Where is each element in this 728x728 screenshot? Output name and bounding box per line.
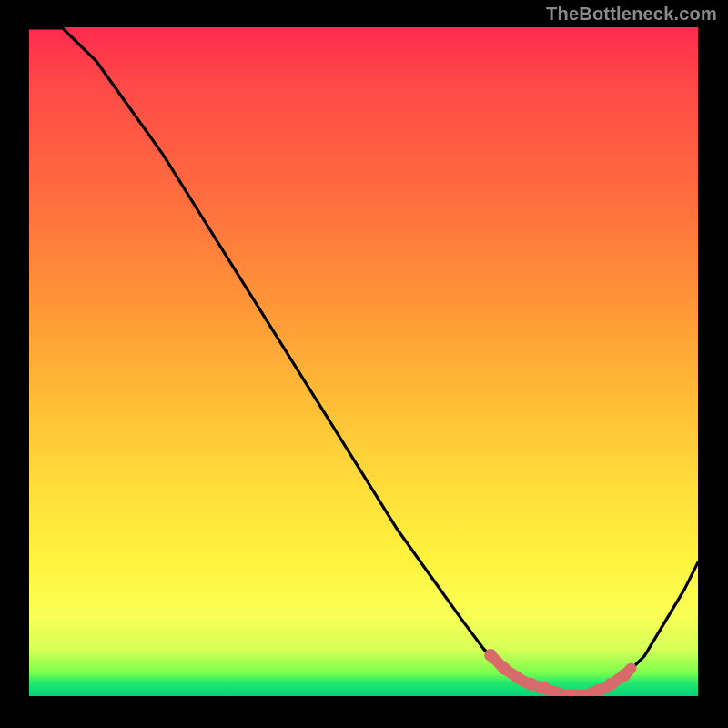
- optimal-marker-dot: [618, 669, 631, 682]
- optimal-marker-dot: [484, 649, 497, 662]
- optimal-marker-dot: [511, 671, 524, 683]
- optimal-marker-dot: [538, 682, 551, 695]
- optimal-marker-dot: [524, 678, 537, 691]
- attribution-text: TheBottleneck.com: [546, 4, 717, 25]
- optimal-marker-dot: [498, 662, 511, 675]
- optimal-marker-dot: [605, 678, 618, 691]
- bottleneck-chart: [29, 27, 698, 696]
- curve-line: [29, 28, 698, 695]
- optimal-region-markers: [484, 649, 631, 696]
- chart-area: [29, 27, 698, 696]
